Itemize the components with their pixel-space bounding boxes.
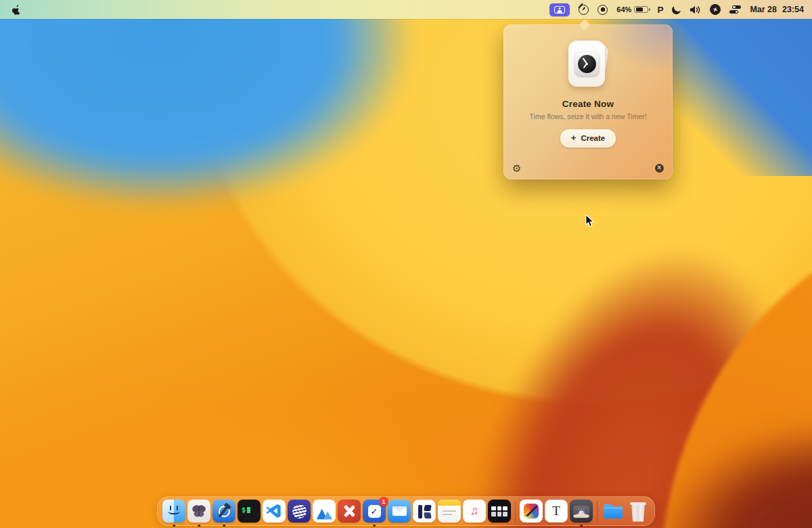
menu-bar-left	[12, 5, 21, 15]
battery-status[interactable]: 64%	[616, 5, 648, 14]
battery-percent: 64%	[616, 5, 631, 14]
checkbox-icon: ✓	[368, 505, 381, 518]
dock-item-vscode[interactable]	[263, 500, 286, 523]
menu-bar-status-items: 64% P + Ma	[549, 3, 804, 16]
screen-recording-menubar-item[interactable]	[597, 5, 608, 15]
running-indicator	[173, 525, 175, 527]
music-note-icon: ♫	[470, 504, 479, 518]
dock-item-finder[interactable]	[162, 500, 185, 523]
typora-t-icon: T	[552, 504, 560, 519]
plus-circle-menubar-item[interactable]: +	[710, 4, 721, 15]
striped-sphere-icon	[291, 503, 308, 520]
create-button-label: Create	[581, 134, 605, 142]
volume-menubar-item[interactable]	[690, 5, 701, 14]
finder-smile	[168, 508, 180, 514]
vscode-icon	[265, 502, 284, 521]
dock-item-mountains-app[interactable]	[313, 500, 336, 523]
terminal-cursor	[247, 507, 250, 513]
running-indicator	[580, 525, 583, 527]
volume-icon	[690, 5, 701, 14]
dock-item-menubar-window-app[interactable]	[570, 500, 593, 523]
timer-app-icon	[564, 39, 612, 89]
create-button[interactable]: + Create	[560, 129, 616, 148]
things-badge: 1	[379, 497, 388, 506]
icon-card	[568, 41, 605, 87]
dock-item-terminal[interactable]: $	[238, 500, 261, 523]
plus-icon: +	[571, 133, 577, 143]
plus-circle-icon: +	[708, 2, 723, 17]
dock-item-sphere-app[interactable]	[288, 500, 311, 523]
running-indicator	[223, 525, 225, 527]
cubes-icon	[491, 506, 496, 511]
folder-icon	[603, 503, 623, 519]
screen-sharing-indicator[interactable]	[549, 3, 570, 16]
menu-bar: 64% P + Ma	[0, 0, 812, 19]
menu-bar-date: Mar 28	[750, 5, 777, 14]
control-center-icon	[729, 5, 741, 14]
popover-title: Create Now	[503, 99, 673, 109]
timer-icon	[579, 5, 589, 15]
timer-popover: Create Now Time flows, seize it with a n…	[503, 24, 673, 179]
dock-divider	[597, 501, 597, 522]
record-stop-icon	[597, 5, 608, 15]
focus-menubar-item[interactable]	[672, 5, 681, 14]
close-popover-button[interactable]: ×	[655, 164, 664, 173]
dock-item-music[interactable]: ♫	[463, 500, 486, 523]
control-center-menubar-item[interactable]	[729, 5, 741, 14]
running-indicator	[198, 525, 200, 527]
blocks-icon	[418, 505, 422, 519]
desktop-screen: 64% P + Ma	[0, 0, 812, 528]
close-icon: ×	[657, 164, 661, 171]
popover-footer: ⚙ ×	[512, 163, 664, 173]
dock-item-typora[interactable]: T	[545, 500, 568, 523]
dock-divider	[515, 501, 516, 522]
dock-item-red-shape-app[interactable]	[338, 500, 361, 523]
dock-item-butterfly-app[interactable]	[187, 500, 210, 523]
dock-item-downloads-folder[interactable]	[602, 500, 625, 523]
icon-tile	[574, 51, 600, 76]
dock-item-mail[interactable]	[388, 500, 411, 523]
settings-gear-icon[interactable]: ⚙	[512, 163, 521, 173]
dock-item-blocks-app[interactable]	[413, 500, 436, 523]
screen-sharing-icon	[549, 3, 570, 16]
running-indicator	[373, 525, 376, 527]
trash-icon	[631, 505, 646, 522]
apple-icon	[12, 5, 21, 15]
mountains-icon	[314, 504, 334, 523]
butterfly-icon	[191, 503, 207, 519]
moon-icon	[671, 4, 682, 15]
clock-icon	[578, 55, 596, 73]
dock-item-pixelmator[interactable]	[520, 500, 543, 523]
popover-subtitle: Time flows, seize it with a new Timer!	[503, 112, 673, 120]
dock-item-xcode[interactable]	[212, 500, 235, 523]
p-app-menubar-item[interactable]: P	[657, 5, 663, 15]
notes-yellow-strip	[438, 500, 461, 506]
battery-icon	[634, 6, 648, 14]
menu-bar-time: 23:54	[782, 5, 804, 14]
menu-bar-clock[interactable]: Mar 28 23:54	[750, 5, 804, 14]
mini-window-icon	[573, 506, 589, 518]
timer-menubar-item[interactable]	[579, 5, 589, 15]
terminal-prompt: $	[242, 506, 246, 514]
dock-item-things-todo[interactable]: ✓ 1	[363, 500, 386, 523]
dock: $ ✓ 1	[157, 496, 655, 526]
trash-rim	[630, 502, 646, 505]
apple-menu[interactable]	[12, 5, 21, 15]
dock-item-trash[interactable]	[627, 500, 650, 523]
dock-item-cubes-app[interactable]	[488, 500, 511, 523]
dock-item-notes[interactable]	[438, 500, 461, 523]
envelope-icon	[392, 506, 407, 516]
